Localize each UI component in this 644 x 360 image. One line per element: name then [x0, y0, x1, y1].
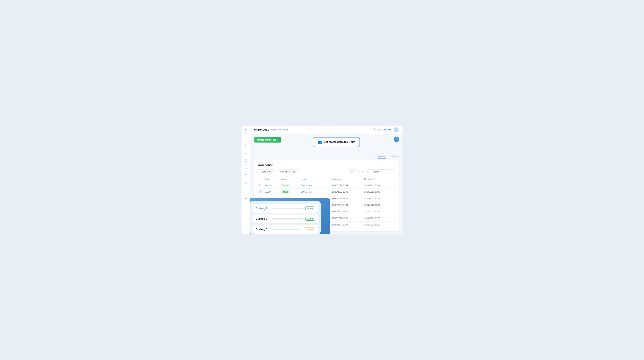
bell-icon[interactable] — [372, 128, 375, 132]
svg-point-13 — [396, 129, 397, 130]
row-checkbox[interactable] — [258, 189, 264, 195]
view-toggle — [394, 137, 399, 142]
table-header-row: Code State Name Created At Updated At — [258, 176, 395, 182]
tabs-row: General Category — [254, 155, 399, 159]
row-updated-at: 18/10/2022 13:42 — [363, 195, 395, 202]
svg-rect-6 — [246, 182, 247, 183]
create-warehouse-button[interactable]: Create Warehouse + — [254, 137, 281, 143]
status-badge-inactive: Inactive — [304, 228, 315, 231]
table-header-state: State — [280, 176, 299, 182]
sidebar-item-edit[interactable] — [244, 151, 248, 155]
breadcrumb-home[interactable]: Home — [270, 129, 276, 131]
row-updated-at: 18/10/2022 13:44 — [363, 208, 395, 215]
alarm-value: 100 units — [344, 140, 355, 144]
warehouse-progress-bar — [272, 208, 303, 209]
row-updated-at: 18/10/2022 13:43 — [363, 189, 395, 195]
warehouse-item-name: Gudang 2 — [256, 217, 270, 220]
svg-rect-14 — [396, 138, 396, 139]
row-name[interactable]: Butik Depok — [299, 182, 330, 189]
search-input[interactable] — [372, 171, 393, 173]
list-item[interactable]: Gudang 1 Active — [252, 204, 318, 213]
page-title: Warehouse — [254, 128, 269, 131]
overlay-container: Gudang 1 Active Gudang 2 Active Gudang 3 — [250, 198, 330, 234]
row-created-at: 18/10/2022 13:39 — [330, 208, 363, 215]
warehouse-card-title: Warehouse — [258, 164, 395, 167]
status-badge-active: Active — [305, 207, 315, 210]
sidebar-logo-icon[interactable]: » — [245, 128, 246, 131]
row-state: active — [280, 195, 299, 202]
sidebar-item-user[interactable] — [244, 143, 248, 148]
row-created-at: 18/10/2022 13:42 — [330, 189, 363, 195]
row-updated-at: 18/10/2022 13:41 — [363, 202, 395, 208]
warehouse-item-name: Gudang 3 — [256, 228, 270, 231]
row-created-at: 18/10/2022 13:39 — [330, 202, 363, 208]
row-state: active — [280, 189, 299, 195]
sidebar-item-home[interactable]: ⌂ — [244, 136, 248, 140]
columns-filters-button[interactable]: Columns & Filters — [278, 169, 299, 174]
overlay-blue-background: Gudang 1 Active Gudang 2 Active Gudang 3 — [250, 198, 330, 234]
table-header-code: Code — [264, 176, 280, 182]
table-row[interactable]: W0110 active Butik Depok 18/10/2022 13:4… — [258, 182, 395, 189]
sidebar: » ⌂ — — [242, 126, 250, 234]
search-box — [367, 169, 395, 174]
search-icon — [370, 170, 372, 173]
top-header: Warehouse Home • Warehouse Budi Setiawan — [250, 126, 402, 134]
table-header-name: Name — [299, 176, 330, 182]
sidebar-item-chart[interactable] — [244, 166, 248, 170]
content-area: Create Warehouse + 👥 Set stock alarm 100… — [250, 134, 402, 234]
list-item[interactable]: Gudang 3 Inactive — [252, 225, 318, 234]
breadcrumb: Home • Warehouse — [270, 129, 288, 131]
records-select-wrapper: 10 25 50 Records — [348, 169, 366, 174]
sidebar-item-clipboard[interactable] — [244, 173, 248, 178]
grid-view-button[interactable] — [394, 137, 399, 142]
list-item[interactable]: Gudang 2 Active — [252, 215, 318, 223]
svg-rect-15 — [397, 138, 398, 139]
row-updated-at: 18/10/2022 13:44 — [363, 182, 395, 189]
sidebar-item-minus[interactable]: — — [244, 188, 248, 193]
user-avatar[interactable] — [394, 127, 399, 132]
records-per-page-select[interactable]: 10 25 50 — [348, 169, 357, 174]
breadcrumb-separator: • — [276, 129, 277, 131]
user-name[interactable]: Budi Setiawan — [378, 129, 392, 131]
svg-rect-4 — [246, 175, 246, 175]
overlay-card-panel[interactable]: Gudang 1 Active Gudang 2 Active Gudang 3 — [250, 201, 320, 234]
toolbar: Export to CSV Columns & Filters 10 25 50… — [258, 169, 395, 174]
alarm-left: 👥 Set stock alarm — [318, 140, 344, 144]
table-row[interactable]: W0108 active Butik Yogyakarta 18/10/2022… — [258, 195, 395, 202]
svg-rect-16 — [396, 140, 396, 140]
sidebar-item-box[interactable] — [244, 158, 248, 163]
warehouse-item-name: Gudang 1 — [256, 207, 270, 210]
svg-rect-17 — [397, 140, 398, 140]
row-name[interactable]: Butik Bekasi — [299, 189, 330, 195]
sidebar-item-grid[interactable] — [244, 181, 248, 185]
breadcrumb-current: Warehouse — [278, 129, 288, 131]
row-created-at: 18/10/2022 13:38 — [330, 215, 363, 222]
svg-rect-8 — [246, 183, 247, 184]
alarm-label: Set stock alarm — [324, 140, 344, 144]
tab-general[interactable]: General — [378, 155, 386, 159]
header-left: Warehouse Home • Warehouse — [254, 128, 288, 131]
svg-rect-9 — [245, 197, 247, 199]
sidebar-item-table[interactable] — [244, 196, 248, 200]
main-content: Warehouse Home • Warehouse Budi Setiawan — [250, 126, 402, 234]
toolbar-left: Export to CSV Columns & Filters — [258, 169, 299, 174]
row-checkbox[interactable] — [258, 182, 264, 189]
row-code[interactable]: W0110 — [264, 182, 280, 189]
table-header-updated-at: Updated At — [363, 176, 395, 182]
records-label: Records — [358, 171, 366, 173]
tab-category[interactable]: Category — [390, 155, 399, 159]
row-created-at: 18/10/2022 13:44 — [330, 182, 363, 189]
row-code[interactable]: W0108 — [264, 195, 280, 202]
export-csv-button[interactable]: Export to CSV — [258, 169, 276, 174]
row-state: active — [280, 182, 299, 189]
svg-point-18 — [370, 171, 371, 172]
svg-rect-5 — [245, 182, 246, 183]
row-name[interactable]: Butik Yogyakarta — [299, 195, 330, 202]
row-updated-at: 18/10/2022 13:38 — [363, 222, 395, 228]
row-checkbox[interactable] — [258, 195, 264, 202]
toolbar-right: 10 25 50 Records — [348, 169, 395, 174]
table-row[interactable]: W0109 active Butik Bekasi 18/10/2022 13:… — [258, 189, 395, 195]
row-code[interactable]: W0109 — [264, 189, 280, 195]
row-updated-at: 18/10/2022 13:38 — [363, 215, 395, 222]
warehouse-progress-bar — [272, 229, 301, 230]
